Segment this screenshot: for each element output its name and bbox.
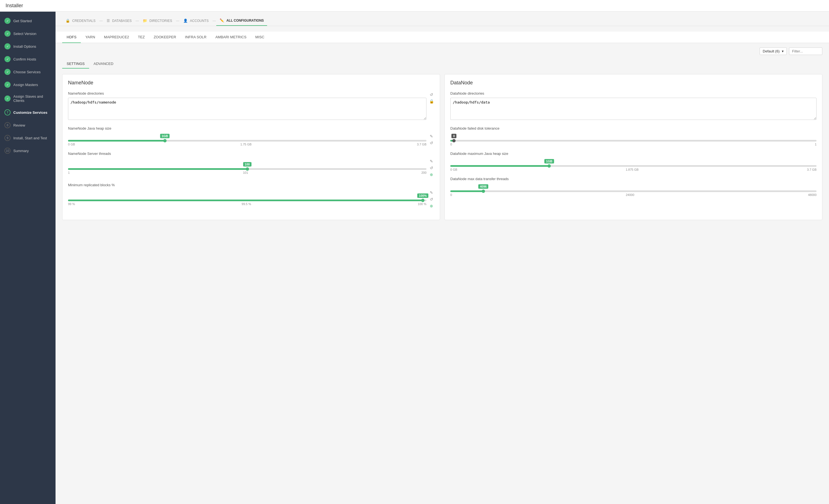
- namenode-replicated-actions: ✎ ↺ ⊕: [429, 190, 434, 209]
- sidebar-item-install-options[interactable]: ✓Install Options: [0, 40, 56, 53]
- sidebar-label-choose-services: Choose Services: [13, 70, 40, 74]
- datanode-directories-content: DataNode directories /hadoop/hdfs/data: [450, 91, 817, 121]
- datanode-heap-slider[interactable]: 1GB 0 GB 1.875 GB 3.7 GB: [450, 158, 817, 171]
- cards-row: NameNode NameNode directories /hadoop/hd…: [62, 74, 822, 220]
- nav-icon-credentials: 🔒: [66, 18, 70, 23]
- datanode-transfer-max: 48000: [808, 193, 817, 196]
- datanode-transfer-slider[interactable]: 4096 0 24000 48000: [450, 184, 817, 196]
- datanode-transfer-section: DataNode max data transfer threads 4096: [450, 177, 817, 196]
- service-tab-zookeeper[interactable]: ZOOKEEPER: [149, 32, 180, 43]
- datanode-transfer-label: DataNode max data transfer threads: [450, 177, 817, 181]
- nav-label-databases: DATABASES: [112, 19, 132, 23]
- datanode-disk-track: [450, 140, 817, 142]
- datanode-heap-min: 0 GB: [450, 168, 457, 171]
- namenode-replicated-slider[interactable]: 100% 99 % 99.5 % 100 %: [68, 193, 426, 206]
- datanode-disk-thumb[interactable]: [452, 139, 456, 142]
- namenode-replicated-label: Minimum replicated blocks %: [68, 183, 434, 187]
- sidebar-label-customize-services: Customize Services: [13, 111, 47, 115]
- datanode-transfer-track: [450, 190, 817, 192]
- sidebar: ✓Get Started✓Select Version✓Install Opti…: [0, 12, 56, 504]
- namenode-heap-thumb[interactable]: [163, 139, 167, 142]
- namenode-replicated-section: Minimum replicated blocks % 100%: [68, 183, 434, 209]
- namenode-replicated-thumb[interactable]: [421, 199, 425, 202]
- namenode-replicated-badge: 100%: [417, 193, 428, 198]
- namenode-directories-reset-icon[interactable]: ↺: [429, 92, 434, 98]
- datanode-disk-section: DataNode failed disk tolerance 0: [450, 126, 817, 146]
- namenode-threads-slider[interactable]: 100 1 101 200: [68, 161, 426, 174]
- datanode-directories-label: DataNode directories: [450, 91, 817, 95]
- namenode-threads-add-icon[interactable]: ⊕: [429, 172, 434, 177]
- service-tab-hdfs[interactable]: HDFS: [62, 32, 81, 43]
- namenode-threads-reset-icon[interactable]: ↺: [429, 165, 434, 171]
- datanode-transfer-mid: 24000: [626, 193, 635, 196]
- sidebar-item-assign-slaves[interactable]: ✓Assign Slaves and Clients: [0, 91, 56, 106]
- sidebar-item-customize-services[interactable]: 7Customize Services: [0, 106, 56, 119]
- sidebar-item-get-started[interactable]: ✓Get Started: [0, 14, 56, 27]
- settings-tabs: SETTINGS ADVANCED: [62, 60, 822, 69]
- datanode-directories-input[interactable]: /hadoop/hdfs/data: [450, 98, 817, 120]
- service-tab-yarn[interactable]: YARN: [81, 32, 99, 43]
- nav-label-directories: DIRECTORIES: [149, 19, 172, 23]
- namenode-replicated-edit-icon[interactable]: ✎: [429, 190, 434, 195]
- nav-divider-3: —: [176, 19, 179, 23]
- datanode-heap-fill: [450, 165, 549, 167]
- datanode-transfer-thumb[interactable]: [482, 190, 485, 193]
- datanode-disk-label: DataNode failed disk tolerance: [450, 126, 817, 130]
- sidebar-label-assign-slaves: Assign Slaves and Clients: [13, 94, 51, 103]
- namenode-heap-edit-icon[interactable]: ✎: [429, 133, 434, 139]
- step-circle-confirm-hosts: ✓: [4, 56, 10, 62]
- filter-input[interactable]: [789, 47, 822, 55]
- namenode-replicated-add-icon[interactable]: ⊕: [429, 203, 434, 209]
- datanode-heap-max: 3.7 GB: [807, 168, 817, 171]
- service-tabs: HDFSYARNMAPREDUCE2TEZZOOKEEPERINFRA SOLR…: [56, 32, 829, 43]
- namenode-directories-input[interactable]: /hadoop/hdfs/namenode: [68, 98, 426, 120]
- sidebar-item-summary[interactable]: 10Summary: [0, 144, 56, 157]
- step-circle-review: 8: [4, 122, 10, 128]
- namenode-threads-thumb[interactable]: [246, 167, 249, 171]
- namenode-replicated-reset-icon[interactable]: ↺: [429, 196, 434, 202]
- sidebar-item-choose-services[interactable]: ✓Choose Services: [0, 66, 56, 78]
- service-tab-mapreduce2[interactable]: MAPREDUCE2: [100, 32, 134, 43]
- namenode-directories-lock-icon[interactable]: 🔒: [429, 99, 434, 104]
- tab-settings[interactable]: SETTINGS: [62, 60, 89, 69]
- namenode-threads-max: 200: [422, 171, 426, 174]
- namenode-directories-label: NameNode directories: [68, 91, 426, 95]
- step-circle-assign-slaves: ✓: [4, 95, 10, 102]
- datanode-transfer-labels: 0 24000 48000: [450, 193, 817, 196]
- datanode-heap-track: [450, 165, 817, 167]
- service-tab-tez[interactable]: TEZ: [134, 32, 149, 43]
- sidebar-item-confirm-hosts[interactable]: ✓Confirm Hosts: [0, 53, 56, 66]
- nav-step-all-configurations[interactable]: ✏️ALL CONFIGURATIONS: [216, 15, 267, 26]
- service-tab-infra-solr[interactable]: INFRA SOLR: [180, 32, 211, 43]
- datanode-transfer-fill: [450, 190, 483, 192]
- namenode-heap-max: 3.7 GB: [417, 143, 426, 146]
- nav-step-credentials[interactable]: 🔒CREDENTIALS: [62, 16, 99, 26]
- namenode-threads-edit-icon[interactable]: ✎: [429, 158, 434, 164]
- namenode-heap-labels: 0 GB 1.75 GB 3.7 GB: [68, 143, 426, 146]
- datanode-heap-label: DataNode maximum Java heap size: [450, 152, 817, 156]
- namenode-threads-labels: 1 101 200: [68, 171, 426, 174]
- namenode-heap-slider[interactable]: 1GB 0 GB 1.75 GB 3.7 GB: [68, 133, 426, 146]
- service-tab-ambari-metrics[interactable]: AMBARI METRICS: [211, 32, 251, 43]
- namenode-replicated-track: [68, 199, 426, 201]
- app-title: Installer: [6, 3, 23, 8]
- nav-step-directories[interactable]: 📁DIRECTORIES: [139, 16, 176, 26]
- datanode-heap-thumb[interactable]: [547, 164, 551, 168]
- sidebar-item-install-start-test[interactable]: 9Install, Start and Test: [0, 131, 56, 144]
- datanode-disk-slider[interactable]: 0 0 1: [450, 133, 817, 146]
- sidebar-item-review[interactable]: 8Review: [0, 119, 56, 131]
- sidebar-item-select-version[interactable]: ✓Select Version: [0, 27, 56, 40]
- namenode-replicated-max: 100 %: [418, 202, 426, 206]
- nav-step-accounts[interactable]: 👤ACCOUNTS: [180, 16, 212, 26]
- step-circle-summary: 10: [4, 148, 10, 154]
- nav-icon-accounts: 👤: [183, 18, 188, 23]
- default-select[interactable]: Default (6) ▾: [760, 47, 787, 55]
- sidebar-item-assign-masters[interactable]: ✓Assign Masters: [0, 78, 56, 91]
- nav-step-databases[interactable]: ☰DATABASES: [103, 16, 135, 26]
- namenode-heap-reset-icon[interactable]: ↺: [429, 140, 434, 146]
- service-tab-misc[interactable]: MISC: [251, 32, 269, 43]
- namenode-heap-actions: ✎ ↺: [429, 133, 434, 146]
- sidebar-label-select-version: Select Version: [13, 32, 36, 36]
- nav-icon-all-configurations: ✏️: [220, 18, 224, 23]
- tab-advanced[interactable]: ADVANCED: [89, 60, 118, 69]
